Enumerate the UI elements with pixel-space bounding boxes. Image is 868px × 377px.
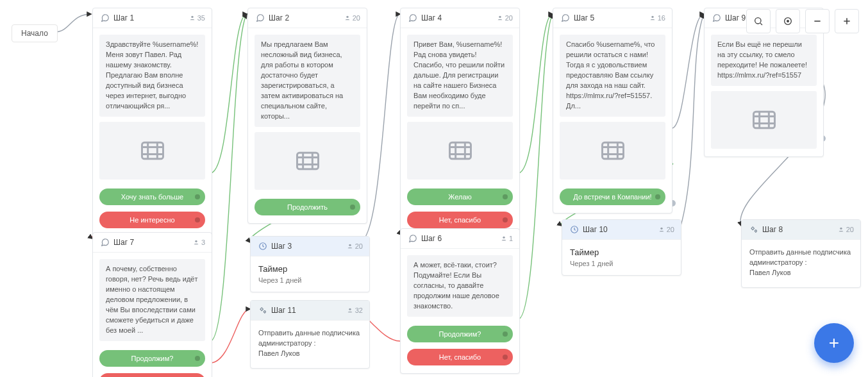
chat-icon xyxy=(101,238,110,247)
card-step-1[interactable]: Шаг 1 35 Здравствуйте %username%! Меня з… xyxy=(92,8,212,237)
card-count: 1 xyxy=(501,235,513,242)
svg-point-4 xyxy=(499,16,501,18)
button-wish[interactable]: Желаю xyxy=(407,188,513,205)
center-button[interactable] xyxy=(776,9,800,33)
card-header: Шаг 5 16 xyxy=(553,8,672,28)
svg-point-6 xyxy=(651,16,653,18)
zoom-in-button[interactable] xyxy=(835,9,859,33)
card-title: Шаг 3 xyxy=(271,242,343,251)
svg-point-20 xyxy=(840,228,842,230)
svg-point-15 xyxy=(503,237,505,239)
action-text: Отправить данные подписчика администрато… xyxy=(257,327,363,360)
svg-point-0 xyxy=(191,16,193,18)
svg-point-14 xyxy=(349,308,351,310)
card-header: Шаг 3 20 xyxy=(251,237,369,256)
add-fab[interactable]: + xyxy=(814,323,854,363)
card-count: 20 xyxy=(497,14,513,22)
button-continue-q[interactable]: Продолжим? xyxy=(407,326,513,342)
card-title: Шаг 2 xyxy=(269,13,340,22)
start-label: Начало xyxy=(21,29,48,38)
svg-point-19 xyxy=(755,230,756,232)
video-placeholder[interactable] xyxy=(255,132,360,190)
card-count: 35 xyxy=(189,14,205,22)
card-header: Шаг 2 20 xyxy=(248,8,367,28)
timer-title: Таймер xyxy=(570,247,674,257)
toolbar xyxy=(746,9,859,33)
chat-icon xyxy=(712,13,721,22)
card-header: Шаг 10 20 xyxy=(562,220,681,240)
card-step-4[interactable]: Шаг 4 20 Привет Вам, %username%! Рад сно… xyxy=(400,8,520,237)
card-count: 3 xyxy=(193,239,205,246)
card-step-3[interactable]: Шаг 3 20 Таймер Через 1 дней xyxy=(250,236,370,292)
card-count: 20 xyxy=(347,242,363,250)
svg-point-23 xyxy=(787,21,789,22)
card-header: Шаг 11 32 xyxy=(251,301,369,321)
gears-icon xyxy=(258,306,267,315)
svg-rect-8 xyxy=(753,112,774,128)
card-title: Шаг 11 xyxy=(271,306,343,315)
clock-icon xyxy=(258,242,267,251)
chat-icon xyxy=(408,13,417,22)
message-text: А может, всё-таки, стоит? Подумайте! Есл… xyxy=(407,255,513,317)
svg-rect-3 xyxy=(297,153,318,169)
card-count: 20 xyxy=(344,14,360,22)
video-placeholder[interactable] xyxy=(560,122,665,180)
message-text: Мы предлагаем Вам несложный вид бизнеса,… xyxy=(255,35,360,127)
card-count: 20 xyxy=(658,226,674,233)
video-placeholder[interactable] xyxy=(407,122,513,180)
card-title: Шаг 5 xyxy=(574,13,646,22)
button-continue[interactable]: Продолжить xyxy=(255,199,360,215)
video-placeholder[interactable] xyxy=(99,122,205,180)
card-step-5[interactable]: Шаг 5 16 Спасибо %username%, что решили … xyxy=(553,8,672,214)
timer-title: Таймер xyxy=(258,264,363,274)
card-title: Шаг 1 xyxy=(113,13,185,22)
svg-point-9 xyxy=(195,240,197,242)
card-header: Шаг 4 20 xyxy=(401,8,519,28)
card-step-11[interactable]: Шаг 11 32 Отправить данные подписчика ад… xyxy=(250,300,370,369)
clock-icon xyxy=(570,225,579,234)
button-no-thanks[interactable]: Нет, спасибо xyxy=(407,349,513,365)
svg-point-2 xyxy=(346,16,348,18)
start-node[interactable]: Начало xyxy=(12,24,58,42)
svg-rect-1 xyxy=(142,142,163,159)
card-title: Шаг 10 xyxy=(583,225,655,234)
button-no-thanks[interactable]: Нет, спасибо xyxy=(407,212,513,228)
card-step-6[interactable]: Шаг 6 1 А может, всё-таки, стоит? Подума… xyxy=(400,228,520,374)
button-continue-q[interactable]: Продолжим? xyxy=(99,350,205,367)
svg-point-18 xyxy=(752,228,755,230)
message-text: Если Вы ещё не перешли на эту ссылку, то… xyxy=(711,35,817,86)
action-text: Отправить данные подписчика администрато… xyxy=(748,246,854,280)
message-text: А почему, собственно говоря, нет? Речь в… xyxy=(99,259,205,341)
gears-icon xyxy=(749,225,758,234)
card-header: Шаг 8 20 xyxy=(742,220,860,240)
button-no-thanks[interactable]: Нет, спасибо xyxy=(99,373,205,377)
card-title: Шаг 8 xyxy=(762,225,834,234)
card-step-10[interactable]: Шаг 10 20 Таймер Через 1 дней xyxy=(562,219,681,276)
message-text: Привет Вам, %username%! Рад снова увидет… xyxy=(407,35,513,117)
svg-rect-7 xyxy=(602,142,623,159)
timer-sub: Через 1 дней xyxy=(258,276,363,284)
svg-point-13 xyxy=(263,311,265,313)
card-title: Шаг 6 xyxy=(421,234,497,243)
button-more[interactable]: Хочу знать больше xyxy=(99,188,205,205)
chat-icon xyxy=(256,13,265,22)
card-count: 16 xyxy=(649,14,665,22)
svg-point-21 xyxy=(755,18,761,24)
card-title: Шаг 4 xyxy=(421,13,493,22)
search-button[interactable] xyxy=(746,9,771,33)
button-see-you[interactable]: До встречи в Компании! xyxy=(560,188,665,205)
card-step-2[interactable]: Шаг 2 20 Мы предлагаем Вам несложный вид… xyxy=(247,8,367,224)
chat-icon xyxy=(408,234,417,243)
card-count: 20 xyxy=(838,226,854,233)
card-header: Шаг 6 1 xyxy=(401,229,519,249)
card-step-8[interactable]: Шаг 8 20 Отправить данные подписчика адм… xyxy=(741,219,861,288)
card-count: 32 xyxy=(347,306,363,314)
button-not-interested[interactable]: Не интересно xyxy=(99,212,205,228)
svg-point-11 xyxy=(349,244,351,246)
zoom-out-button[interactable] xyxy=(805,9,830,33)
chat-icon xyxy=(101,13,110,22)
card-title: Шаг 7 xyxy=(113,238,189,247)
card-step-7[interactable]: Шаг 7 3 А почему, собственно говоря, нет… xyxy=(92,232,212,377)
svg-rect-5 xyxy=(449,142,471,159)
video-placeholder[interactable] xyxy=(711,91,817,149)
